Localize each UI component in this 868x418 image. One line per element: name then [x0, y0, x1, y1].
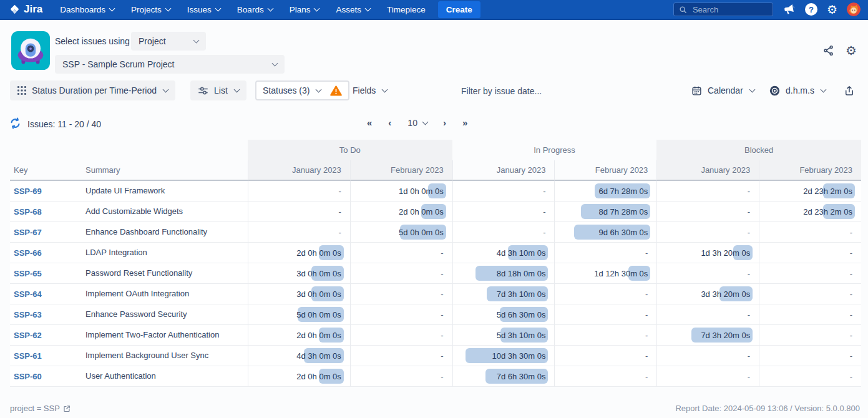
duration-value: 3d 0h 0m 0s: [296, 289, 341, 299]
issue-date-filter-input[interactable]: [460, 80, 606, 102]
issue-key-cell: SSP-62: [10, 325, 85, 346]
issue-key-cell: SSP-67: [10, 222, 85, 243]
search-input[interactable]: [691, 4, 768, 15]
nav-item-plans[interactable]: Plans: [290, 5, 319, 14]
nav-item-projects[interactable]: Projects: [131, 5, 170, 14]
issue-summary-cell: Implement Background User Sync: [85, 346, 248, 366]
report-type-button[interactable]: Status Duration per Time-Period: [10, 80, 175, 100]
duration-cell: -: [554, 243, 656, 263]
duration-value: 1d 12h 30m 0s: [594, 269, 648, 278]
project-select[interactable]: SSP - Sample Scrum Project: [55, 55, 285, 74]
select-issues-label: Select issues using: [55, 36, 130, 46]
user-avatar[interactable]: [847, 2, 861, 16]
issue-key-link[interactable]: SSP-60: [14, 372, 42, 381]
nav-item-label: Boards: [237, 5, 264, 14]
chevron-down-icon: [364, 5, 371, 11]
issue-key-cell: SSP-61: [10, 346, 85, 366]
chevron-down-icon: [749, 86, 755, 92]
duration-value: -: [748, 351, 750, 361]
duration-cell: 2d 0h 0m 0s: [248, 243, 350, 263]
report-type-label: Status Duration per Time-Period: [32, 85, 157, 95]
duration-cell: -: [759, 346, 861, 366]
nav-item-label: Projects: [131, 5, 162, 14]
jira-logo[interactable]: Jira: [9, 3, 42, 16]
issue-source-value: Project: [139, 36, 166, 46]
issue-key-link[interactable]: SSP-64: [14, 289, 42, 299]
issue-key-link[interactable]: SSP-61: [14, 351, 42, 361]
prev-page-button[interactable]: ‹: [388, 117, 392, 128]
page-size-select[interactable]: 10: [407, 118, 427, 128]
issue-key-link[interactable]: SSP-65: [14, 269, 42, 278]
navbar-right: ? ⚙: [673, 2, 861, 16]
jql-query-link[interactable]: project = SSP: [10, 404, 71, 413]
issue-key-link[interactable]: SSP-62: [14, 331, 42, 340]
share-icon[interactable]: [822, 44, 835, 57]
issue-source-select[interactable]: Project: [131, 32, 206, 51]
chevron-down-icon: [382, 86, 388, 92]
export-button[interactable]: [844, 80, 855, 100]
duration-value: -: [441, 351, 443, 361]
duration-value: 5d 6h 30m 0s: [497, 310, 546, 319]
duration-value: -: [850, 351, 852, 361]
nav-menu: DashboardsProjectsIssuesBoardsPlansAsset…: [60, 5, 425, 14]
next-page-button[interactable]: ›: [443, 117, 447, 128]
duration-format-selector[interactable]: d.h.m.s: [769, 80, 826, 100]
create-button[interactable]: Create: [438, 1, 480, 18]
key-column-header: Key: [10, 160, 85, 181]
first-page-button[interactable]: «: [367, 117, 373, 128]
chevron-down-icon: [316, 86, 322, 92]
group-header-to-do: To Do: [248, 140, 452, 160]
fields-button[interactable]: Fields: [353, 80, 387, 100]
calendar-icon: [691, 85, 702, 96]
issue-summary-cell: Password Reset Functionality: [85, 263, 248, 284]
issue-key-link[interactable]: SSP-63: [14, 310, 42, 319]
duration-cell: -: [452, 181, 555, 202]
settings-gear-icon[interactable]: ⚙: [827, 4, 837, 16]
announcements-icon[interactable]: [783, 3, 796, 16]
page: Jira DashboardsProjectsIssuesBoardsPlans…: [0, 0, 868, 418]
duration-cell: 5d 3h 10m 0s: [452, 325, 555, 346]
nav-item-timepiece[interactable]: Timepiece: [387, 5, 426, 14]
nav-item-assets[interactable]: Assets: [336, 5, 370, 14]
duration-value: -: [338, 228, 341, 237]
duration-cell: -: [248, 181, 350, 202]
calendar-selector[interactable]: Calendar: [691, 80, 754, 100]
duration-cell: -: [554, 304, 656, 325]
chevron-down-icon: [215, 5, 221, 11]
month-header-to-do-february-2023: February 2023: [350, 160, 452, 181]
help-icon[interactable]: ?: [805, 3, 817, 16]
view-mode-button[interactable]: List: [190, 80, 246, 100]
last-page-button[interactable]: »: [462, 117, 468, 128]
duration-cell: -: [656, 263, 759, 284]
duration-value: -: [748, 310, 750, 319]
duration-value: 2d 0h 0m 0s: [296, 372, 341, 381]
duration-value: -: [748, 228, 750, 237]
duration-value: -: [441, 269, 443, 278]
issue-summary-cell: Implement Two-Factor Authentication: [85, 325, 248, 346]
timepiece-app-icon: [11, 31, 50, 70]
refresh-icon[interactable]: [9, 117, 22, 132]
global-search[interactable]: [673, 2, 773, 16]
nav-item-boards[interactable]: Boards: [237, 5, 273, 14]
group-header-blocked: Blocked: [656, 140, 861, 160]
nav-item-issues[interactable]: Issues: [187, 5, 220, 14]
issue-key-link[interactable]: SSP-67: [14, 228, 42, 237]
nav-item-dashboards[interactable]: Dashboards: [60, 5, 114, 14]
issue-key-link[interactable]: SSP-69: [14, 187, 42, 196]
duration-cell: -: [350, 263, 452, 284]
chevron-down-icon: [109, 5, 115, 11]
duration-cell: 1d 0h 0m 0s: [350, 181, 452, 202]
report-settings-gear-icon[interactable]: ⚙: [846, 44, 857, 57]
fields-label: Fields: [353, 85, 376, 95]
duration-cell: -: [656, 366, 759, 387]
duration-cell: 5d 6h 30m 0s: [452, 304, 555, 325]
group-header-in-progress: In Progress: [452, 140, 657, 160]
duration-value: -: [441, 289, 443, 299]
issue-key-link[interactable]: SSP-66: [14, 248, 42, 258]
project-select-value: SSP - Sample Scrum Project: [62, 59, 174, 69]
duration-cell: 6d 7h 28m 0s: [554, 181, 656, 202]
issue-key-link[interactable]: SSP-68: [14, 207, 42, 216]
duration-value: -: [645, 331, 648, 340]
duration-cell: 7d 3h 10m 0s: [452, 284, 555, 304]
statuses-filter-button[interactable]: Statuses (3): [255, 80, 349, 100]
